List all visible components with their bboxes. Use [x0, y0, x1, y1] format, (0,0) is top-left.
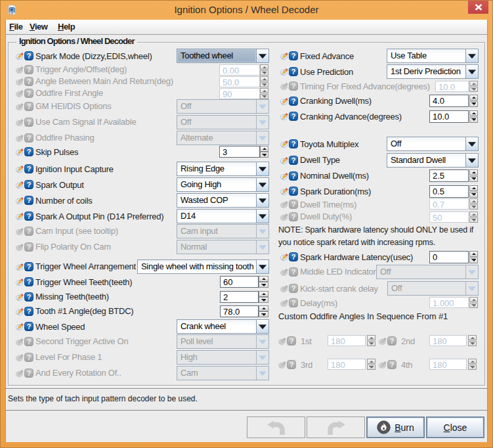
svg-text:?: ?: [291, 253, 296, 261]
svg-text:?: ?: [27, 165, 32, 173]
svg-text:?: ?: [27, 66, 32, 74]
svg-text:?: ?: [27, 263, 32, 271]
svg-text:?: ?: [27, 227, 32, 235]
svg-text:?: ?: [291, 172, 296, 180]
svg-text:?: ?: [27, 353, 32, 361]
svg-text:?: ?: [291, 140, 296, 148]
svg-text:?: ?: [27, 323, 32, 330]
svg-text:?: ?: [27, 89, 32, 97]
svg-text:?: ?: [291, 68, 296, 76]
svg-text:?: ?: [27, 212, 32, 220]
svg-text:?: ?: [27, 181, 32, 189]
svg-text:?: ?: [27, 52, 32, 60]
svg-text:?: ?: [27, 307, 32, 315]
svg-text:?: ?: [390, 361, 395, 369]
svg-text:?: ?: [291, 112, 296, 120]
svg-text:?: ?: [291, 52, 296, 60]
svg-text:?: ?: [27, 196, 32, 204]
svg-text:?: ?: [289, 337, 294, 345]
svg-text:?: ?: [27, 148, 32, 156]
svg-text:?: ?: [27, 338, 32, 346]
svg-text:?: ?: [291, 200, 296, 208]
svg-text:?: ?: [27, 278, 32, 286]
svg-text:?: ?: [27, 369, 32, 377]
svg-text:?: ?: [291, 284, 296, 292]
svg-text:?: ?: [291, 268, 296, 276]
svg-text:?: ?: [291, 82, 296, 90]
svg-text:?: ?: [291, 187, 296, 195]
svg-text:?: ?: [27, 293, 32, 301]
svg-text:?: ?: [291, 156, 296, 164]
svg-text:?: ?: [390, 337, 395, 345]
svg-text:?: ?: [291, 299, 296, 307]
svg-text:?: ?: [291, 213, 296, 221]
svg-text:?: ?: [27, 102, 32, 110]
svg-text:?: ?: [27, 243, 32, 251]
svg-text:?: ?: [291, 97, 296, 105]
svg-text:?: ?: [27, 134, 32, 142]
svg-text:?: ?: [27, 118, 32, 126]
svg-text:?: ?: [27, 78, 32, 85]
svg-text:?: ?: [289, 361, 294, 369]
